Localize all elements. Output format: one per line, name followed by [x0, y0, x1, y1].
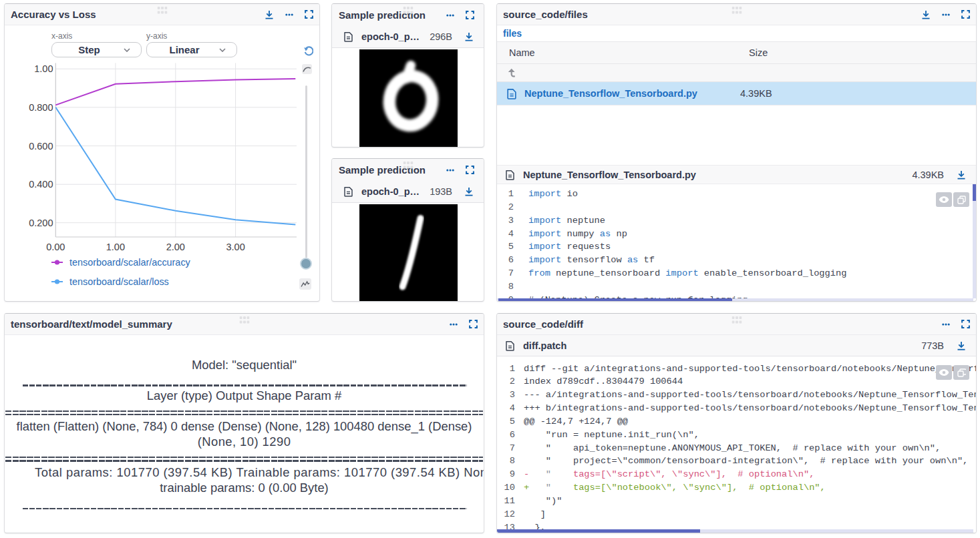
svg-text:0.800: 0.800: [29, 102, 53, 113]
svg-text:0.200: 0.200: [29, 218, 53, 228]
svg-text:1.00: 1.00: [34, 63, 53, 74]
svg-text:0.400: 0.400: [29, 179, 53, 190]
svg-text:1.00: 1.00: [106, 242, 125, 252]
svg-text:2.00: 2.00: [166, 242, 185, 252]
svg-text:0.600: 0.600: [29, 141, 53, 152]
svg-text:3.00: 3.00: [226, 242, 244, 252]
svg-text:0.00: 0.00: [46, 242, 65, 252]
